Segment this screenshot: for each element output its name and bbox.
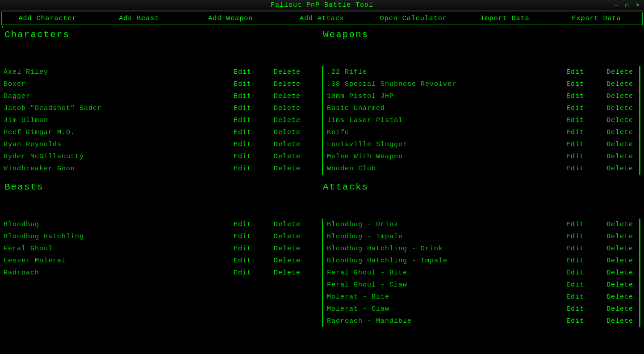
delete-button[interactable]: Delete: [606, 317, 638, 325]
delete-button[interactable]: Delete: [606, 153, 638, 160]
export-data-button[interactable]: Export Data: [551, 15, 642, 22]
item-name[interactable]: Knife: [327, 129, 566, 136]
edit-button[interactable]: Edit: [566, 305, 606, 313]
delete-button[interactable]: Delete: [274, 141, 305, 148]
import-data-button[interactable]: Import Data: [459, 15, 551, 22]
edit-button[interactable]: Edit: [566, 317, 606, 325]
edit-button[interactable]: Edit: [234, 117, 274, 124]
item-name[interactable]: Bloodbug - Drink: [327, 221, 566, 228]
delete-button[interactable]: Delete: [606, 305, 638, 313]
open-calculator-button[interactable]: Open Calculator: [368, 15, 459, 22]
delete-button[interactable]: Delete: [606, 165, 638, 173]
add-character-button[interactable]: Add Character: [2, 15, 93, 22]
delete-button[interactable]: Delete: [606, 233, 638, 240]
delete-button[interactable]: Delete: [606, 117, 638, 124]
edit-button[interactable]: Edit: [234, 269, 274, 277]
edit-button[interactable]: Edit: [566, 165, 606, 173]
delete-button[interactable]: Delete: [274, 269, 305, 277]
item-name[interactable]: Bloodbug Hatchling - Drink: [327, 245, 566, 253]
edit-button[interactable]: Edit: [566, 105, 606, 112]
edit-button[interactable]: Edit: [566, 233, 606, 240]
item-name[interactable]: Boxer: [4, 80, 234, 88]
item-name[interactable]: Bloodbug Hatchling: [4, 233, 234, 240]
delete-button[interactable]: Delete: [606, 293, 638, 301]
item-name[interactable]: Feral Ghoul - Bite: [327, 269, 566, 277]
edit-button[interactable]: Edit: [566, 141, 606, 148]
edit-button[interactable]: Edit: [234, 245, 274, 253]
delete-button[interactable]: Delete: [606, 269, 638, 277]
item-name[interactable]: Feral Ghoul: [4, 245, 234, 253]
edit-button[interactable]: Edit: [234, 80, 274, 88]
delete-button[interactable]: Delete: [274, 233, 305, 240]
edit-button[interactable]: Edit: [234, 153, 274, 160]
edit-button[interactable]: Edit: [566, 221, 606, 228]
delete-button[interactable]: Delete: [274, 129, 305, 136]
item-name[interactable]: Ryder McGillacutty: [4, 153, 234, 160]
edit-button[interactable]: Edit: [566, 293, 606, 301]
item-name[interactable]: .38 Special Snubnose Revolver: [327, 80, 566, 88]
add-beast-button[interactable]: Add Beast: [93, 15, 185, 22]
add-attack-button[interactable]: Add Attack: [276, 15, 368, 22]
delete-button[interactable]: Delete: [274, 221, 305, 228]
delete-button[interactable]: Delete: [606, 129, 638, 136]
minimize-icon[interactable]: —: [613, 2, 620, 8]
item-name[interactable]: Molerat - Claw: [327, 305, 566, 313]
edit-button[interactable]: Edit: [566, 117, 606, 124]
item-name[interactable]: Louisville Slugger: [327, 141, 566, 148]
delete-button[interactable]: Delete: [606, 221, 638, 228]
item-name[interactable]: Basic Unarmed: [327, 105, 566, 112]
close-icon[interactable]: ×: [634, 2, 641, 8]
item-name[interactable]: Jims Laser Pistol: [327, 117, 566, 124]
delete-button[interactable]: Delete: [274, 245, 305, 253]
item-name[interactable]: Jim Ullman: [4, 117, 234, 124]
delete-button[interactable]: Delete: [274, 105, 305, 112]
edit-button[interactable]: Edit: [234, 129, 274, 136]
delete-button[interactable]: Delete: [606, 105, 638, 112]
item-name[interactable]: Windbreaker Goon: [4, 165, 234, 173]
edit-button[interactable]: Edit: [566, 281, 606, 289]
item-name[interactable]: Bloodbug - Impale: [327, 233, 566, 240]
item-name[interactable]: Radroach: [4, 269, 234, 277]
add-weapon-button[interactable]: Add Weapon: [185, 15, 276, 22]
edit-button[interactable]: Edit: [234, 141, 274, 148]
item-name[interactable]: Bloodbug: [4, 221, 234, 228]
item-name[interactable]: 10mm Pistol JHP: [327, 93, 566, 100]
edit-button[interactable]: Edit: [234, 221, 274, 228]
edit-button[interactable]: Edit: [234, 105, 274, 112]
edit-button[interactable]: Edit: [566, 129, 606, 136]
delete-button[interactable]: Delete: [274, 257, 305, 265]
edit-button[interactable]: Edit: [566, 93, 606, 100]
edit-button[interactable]: Edit: [234, 68, 274, 76]
item-name[interactable]: Melee With Weapon: [327, 153, 566, 160]
delete-button[interactable]: Delete: [606, 257, 638, 265]
item-name[interactable]: Peef Rimgar M.D.: [4, 129, 234, 136]
delete-button[interactable]: Delete: [606, 80, 638, 88]
item-name[interactable]: .22 Rifle: [327, 68, 566, 76]
item-name[interactable]: Ryan Reynolds: [4, 141, 234, 148]
delete-button[interactable]: Delete: [274, 165, 305, 173]
edit-button[interactable]: Edit: [234, 93, 274, 100]
edit-button[interactable]: Edit: [566, 245, 606, 253]
delete-button[interactable]: Delete: [274, 117, 305, 124]
edit-button[interactable]: Edit: [566, 269, 606, 277]
item-name[interactable]: Axel Riley: [4, 68, 234, 76]
delete-button[interactable]: Delete: [606, 93, 638, 100]
item-name[interactable]: Molerat - Bite: [327, 293, 566, 301]
edit-button[interactable]: Edit: [566, 257, 606, 265]
item-name[interactable]: Lesser Molerat: [4, 257, 234, 265]
maximize-icon[interactable]: ◻: [623, 2, 631, 9]
edit-button[interactable]: Edit: [566, 153, 606, 160]
edit-button[interactable]: Edit: [566, 80, 606, 88]
item-name[interactable]: Radroach - Mandible: [327, 317, 566, 325]
delete-button[interactable]: Delete: [606, 68, 638, 76]
item-name[interactable]: Dagger: [4, 93, 234, 100]
delete-button[interactable]: Delete: [274, 93, 305, 100]
delete-button[interactable]: Delete: [606, 281, 638, 289]
edit-button[interactable]: Edit: [234, 257, 274, 265]
delete-button[interactable]: Delete: [274, 80, 305, 88]
item-name[interactable]: Wooden Club: [327, 165, 566, 173]
item-name[interactable]: Feral Ghoul - Claw: [327, 281, 566, 289]
edit-button[interactable]: Edit: [234, 165, 274, 173]
delete-button[interactable]: Delete: [606, 141, 638, 148]
item-name[interactable]: Jacob "Deadshot" Sader: [4, 105, 234, 112]
